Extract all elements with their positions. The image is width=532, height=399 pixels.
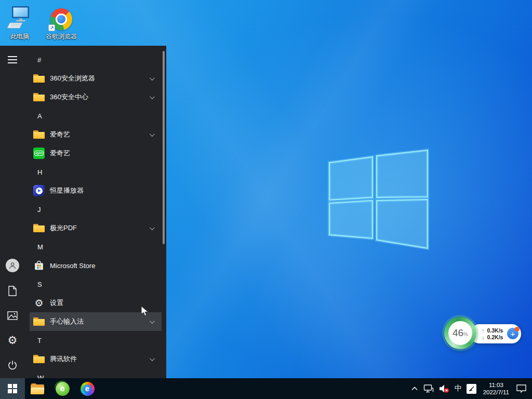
taskbar: e e 中 [0, 378, 532, 399]
app-label: 设置 [50, 298, 63, 308]
app-list-app-item[interactable]: ⚙设置 [30, 294, 162, 312]
section-letter: A [37, 112, 42, 120]
upload-speed: 0.3K/s [487, 327, 503, 334]
section-letter: J [37, 206, 41, 214]
section-letter: M [37, 243, 43, 251]
download-speed: 0.2K/s [487, 334, 503, 340]
desktop-icon-this-pc[interactable]: 此电脑 [1, 3, 38, 41]
folder-icon [33, 223, 45, 233]
chevron-down-icon[interactable] [150, 318, 155, 324]
volume-tray-button[interactable] [438, 383, 450, 394]
user-account-button[interactable] [0, 253, 25, 278]
ime-language-indicator[interactable]: 中 [455, 384, 462, 393]
app-list-section-header[interactable]: # [30, 50, 162, 69]
taskbar-360-safe-browser-button[interactable]: e [50, 378, 75, 399]
documents-button[interactable] [0, 278, 25, 303]
folder-icon [33, 130, 45, 139]
app-label: 爱奇艺 [50, 130, 70, 139]
windows-logo-icon [8, 384, 17, 393]
chevron-down-icon[interactable] [150, 356, 155, 361]
chevron-down-icon[interactable] [150, 94, 155, 99]
app-list-section-header[interactable]: M [30, 237, 162, 256]
app-list-folder-item[interactable]: 360安全中心 [30, 88, 162, 107]
app-list-section-header[interactable]: T [30, 331, 162, 350]
ime-tray-button[interactable] [467, 384, 476, 394]
documents-icon [8, 286, 17, 296]
section-letter: W [37, 374, 44, 379]
folder-icon [33, 354, 45, 364]
desktop-icons: 此电脑 ↗ 谷歌浏览器 [1, 3, 80, 41]
network-icon [423, 384, 434, 393]
iqiyi-icon: iQIYI [33, 148, 45, 159]
start-menu-app-list: #360安全浏览器360安全中心A爱奇艺iQIYI爱奇艺H恒星播放器J极光PDF… [30, 46, 162, 378]
app-list-folder-item[interactable]: 极光PDF [30, 219, 162, 237]
app-list-app-item[interactable]: iQIYI爱奇艺 [30, 144, 162, 163]
section-letter: H [37, 168, 42, 176]
chevron-down-icon[interactable] [150, 131, 155, 137]
settings-button[interactable]: ⚙ [0, 328, 25, 353]
app-list-app-item[interactable]: 恒星播放器 [30, 181, 162, 200]
file-explorer-icon [31, 383, 44, 394]
section-letter: T [37, 337, 42, 344]
memory-usage-ball[interactable]: 46% [444, 317, 476, 349]
taskbar-360-speed-browser-button[interactable]: e [75, 378, 100, 399]
net-speed-panel[interactable]: ↑ 0.3K/s ↓ 0.2K/s + [470, 324, 521, 343]
app-list-section-header[interactable]: W [30, 368, 162, 378]
pictures-button[interactable] [0, 303, 25, 328]
taskbar-clock[interactable]: 11:03 2022/7/11 [481, 381, 511, 396]
hidden-icons-button[interactable] [410, 384, 419, 393]
start-menu: ⚙ #360安全浏览器360安全中心A爱奇艺iQIYI爱奇艺H恒星播放器J极光P… [0, 46, 166, 378]
desktop-icon-chrome[interactable]: ↗ 谷歌浏览器 [43, 3, 80, 41]
user-icon [6, 259, 19, 272]
network-tray-button[interactable] [423, 384, 434, 393]
start-button[interactable] [0, 378, 25, 399]
memory-usage-value: 46% [448, 321, 472, 345]
star-player-icon [33, 185, 45, 196]
screen: 此电脑 ↗ 谷歌浏览器 [0, 0, 532, 399]
app-list-folder-item[interactable]: 腾讯软件 [30, 350, 162, 368]
system-tray: 中 11:03 2022/7/11 [410, 378, 532, 399]
360-speed-browser-icon: e [81, 382, 95, 396]
menu-icon [8, 56, 17, 63]
folder-icon [33, 92, 45, 102]
accelerate-plus-button[interactable]: + [507, 328, 518, 339]
action-center-icon [516, 383, 527, 394]
section-letter: # [37, 56, 41, 64]
this-pc-icon [7, 3, 33, 30]
clock-date: 2022/7/11 [483, 389, 509, 396]
menu-expand-button[interactable] [0, 47, 25, 72]
app-list-section-header[interactable]: H [30, 163, 162, 181]
chevron-down-icon[interactable] [150, 75, 155, 81]
app-list-section-header[interactable]: S [30, 275, 162, 294]
app-label: 腾讯软件 [50, 354, 77, 364]
shortcut-arrow-icon: ↗ [48, 24, 55, 31]
folder-icon [33, 317, 45, 326]
app-list-app-item[interactable]: Microsoft Store [30, 256, 162, 275]
settings-gear-icon: ⚙ [7, 335, 18, 346]
app-list-folder-item[interactable]: 360安全浏览器 [30, 69, 162, 88]
app-list-section-header[interactable]: A [30, 107, 162, 125]
taskbar-file-explorer-button[interactable] [25, 378, 50, 399]
app-label: 恒星播放器 [50, 186, 84, 195]
app-list-folder-item[interactable]: 爱奇艺 [30, 125, 162, 144]
volume-muted-icon [438, 383, 450, 394]
power-icon [7, 360, 18, 370]
settings-gear-icon: ⚙ [33, 297, 45, 309]
app-list-folder-item[interactable]: 手心输入法 [30, 312, 162, 331]
action-center-button[interactable] [516, 383, 527, 394]
chevron-down-icon[interactable] [150, 225, 155, 230]
folder-icon [33, 74, 45, 83]
app-label: 手心输入法 [50, 317, 84, 326]
section-letter: S [37, 281, 42, 288]
clock-time: 11:03 [489, 381, 503, 389]
app-list-section-header[interactable]: J [30, 200, 162, 219]
power-button[interactable] [0, 353, 25, 378]
pictures-icon [7, 311, 18, 320]
360-safe-browser-icon: e [56, 382, 70, 396]
app-label: 极光PDF [50, 223, 77, 233]
app-label: 360安全浏览器 [50, 74, 95, 83]
app-label: 360安全中心 [50, 92, 88, 102]
desktop-icon-label: 此电脑 [10, 32, 29, 41]
start-menu-scrollbar[interactable] [163, 51, 165, 244]
microsoft-store-icon [33, 260, 45, 271]
